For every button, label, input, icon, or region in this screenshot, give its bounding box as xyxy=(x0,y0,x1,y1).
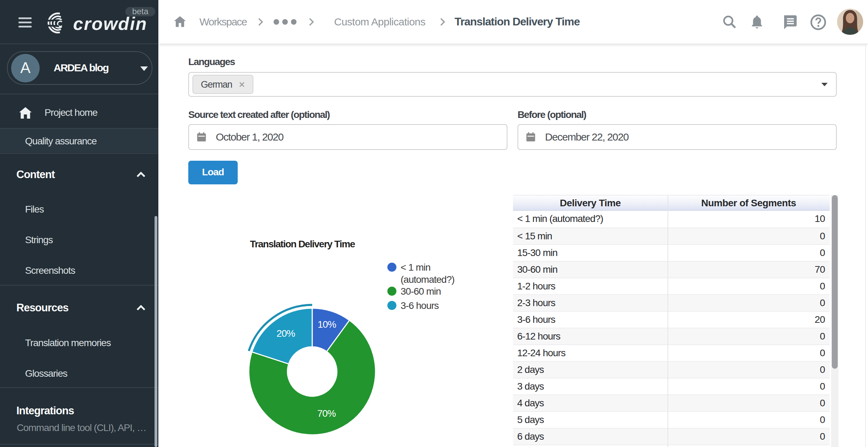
svg-text:Translation Delivery Time: Translation Delivery Time xyxy=(250,239,355,249)
svg-text:(automated?): (automated?) xyxy=(401,274,455,285)
svg-text:70%: 70% xyxy=(317,408,336,419)
svg-text:10%: 10% xyxy=(317,319,336,330)
svg-text:20%: 20% xyxy=(276,328,295,339)
svg-text:3-6 hours: 3-6 hours xyxy=(401,300,439,311)
svg-text:< 1 min: < 1 min xyxy=(401,262,431,273)
svg-text:30-60 min: 30-60 min xyxy=(401,286,441,297)
